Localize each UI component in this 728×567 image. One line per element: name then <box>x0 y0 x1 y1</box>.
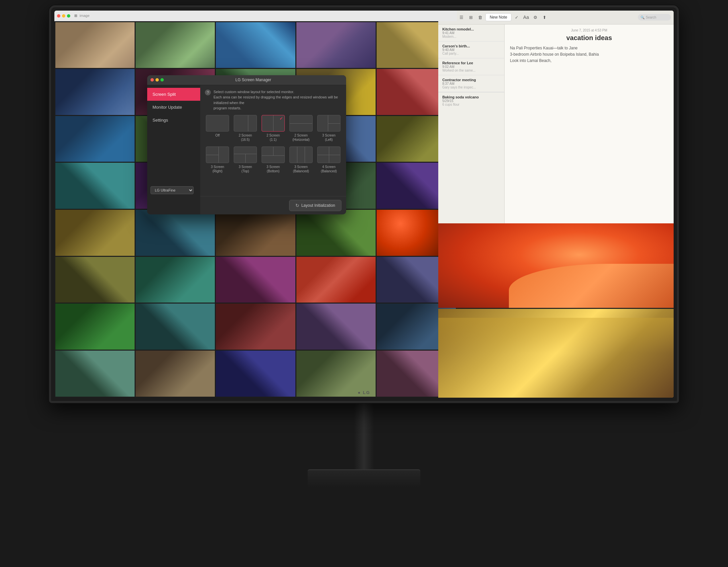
layout-option-2screen-165[interactable]: 2 Screen(16:5) <box>233 115 258 142</box>
sidebar-item-settings[interactable]: Settings <box>147 114 200 127</box>
layout-option-2screen-11[interactable]: ✓ 2 Screen(1:1) <box>261 115 286 142</box>
layout-label-3screen-balanced: 3 Screen(Balanced) <box>293 165 309 173</box>
dialog-info-text: Select custom window layout for selected… <box>213 89 341 111</box>
note-list-item-baking[interactable]: Baking soda volcano 5/29/15 6 cups flour <box>438 92 504 109</box>
notes-grid-icon[interactable]: ⊞ <box>467 13 475 21</box>
maximize-button[interactable] <box>67 14 70 18</box>
lg-screen-manager-dialog: LG Screen Manager Screen Split Monitor U… <box>147 75 346 215</box>
photo-thumb <box>296 257 376 303</box>
layout-label-2screen-h: 2 Screen(Horizontal) <box>292 133 310 142</box>
layout-label-3screen-top: 3 Screen(Top) <box>239 165 252 173</box>
dialog-body: Screen Split Monitor Update Settings LG … <box>147 85 346 215</box>
note-date: June 7, 2015 at 4:53 PM <box>510 29 668 32</box>
notes-delete-icon[interactable]: 🗑 <box>476 13 484 21</box>
divider <box>245 154 246 162</box>
close-button[interactable] <box>57 14 60 18</box>
divider <box>273 115 273 131</box>
notes-sidebar-list: Kitchen remodel... 9:41 AM Modern... Car… <box>438 25 505 223</box>
monitor-selector[interactable]: LG UltraFine <box>151 186 194 194</box>
layout-thumb-3screen-right <box>206 147 229 163</box>
notes-sidebar-toggle[interactable]: ☰ <box>457 13 465 21</box>
dialog-close-button[interactable] <box>151 78 154 82</box>
divider <box>297 147 297 163</box>
photo-thumb <box>136 257 215 303</box>
landscape-photos <box>438 220 674 397</box>
layout-option-off[interactable]: Off <box>205 115 230 142</box>
layout-option-2screen-h[interactable]: 2 Screen(Horizontal) <box>288 115 314 142</box>
layout-thumb-3screen-balanced <box>289 147 313 163</box>
photo-thumb <box>216 303 295 349</box>
note-list-item[interactable]: Carson's birth... 9:40 AM Call party... <box>438 41 504 58</box>
notes-gear-icon[interactable]: ⚙ <box>531 13 539 21</box>
sidebar-item-monitor-update[interactable]: Monitor Update <box>147 101 200 114</box>
photo-thumb <box>216 22 295 68</box>
layout-option-3screen-top[interactable]: 3 Screen(Top) <box>233 147 258 173</box>
divider <box>262 156 284 156</box>
photo-thumb <box>55 69 135 115</box>
photos-traffic-lights <box>57 14 70 18</box>
note-list-item[interactable]: Kitchen remodel... 9:41 AM Modern... <box>438 25 504 41</box>
note-list-item[interactable]: Reference for Lee 9:02 AM Worked on the … <box>438 58 504 75</box>
info-icon: ? <box>205 90 211 95</box>
photo-thumb <box>55 116 135 162</box>
layout-thumb-off <box>206 115 229 132</box>
layout-label-2screen-165: 2 Screen(16:5) <box>239 133 252 142</box>
layout-grid-row2: 3 Screen(Right) 3 Screen(Top) <box>205 147 341 173</box>
layout-thumb-2screen-11: ✓ <box>262 115 285 132</box>
note-main-title: vacation ideas <box>510 34 668 42</box>
lg-logo: ● LG <box>358 390 370 395</box>
dialog-minimize-button[interactable] <box>155 78 159 82</box>
layout-thumb-2screen-h <box>289 115 313 132</box>
sidebar-item-screen-split[interactable]: Screen Split <box>147 88 200 101</box>
monitor-base <box>308 469 420 487</box>
monitor-shell: ⊞ image ☰ ⊞ 🗑 New <box>49 5 679 562</box>
layout-option-4screen-balanced[interactable]: 4 Screen(Balanced) <box>316 147 341 173</box>
divider <box>305 147 305 163</box>
layout-thumb-4screen-balanced <box>317 147 340 163</box>
layout-thumb-2screen-165 <box>234 115 257 132</box>
refresh-icon: ↻ <box>295 203 299 208</box>
photo-thumb <box>55 210 135 256</box>
photo-thumb <box>296 210 376 256</box>
layout-option-3screen-balanced[interactable]: 3 Screen(Balanced) <box>288 147 314 173</box>
notes-check-icon[interactable]: ✓ <box>513 13 521 21</box>
layout-label-off: Off <box>215 133 219 138</box>
new-note-button[interactable]: New Note <box>485 13 512 21</box>
notes-share-icon[interactable]: ⬆ <box>541 13 549 21</box>
photo-thumb <box>55 350 135 397</box>
layout-thumb-3screen-top <box>234 147 257 163</box>
photo-thumb <box>296 22 376 68</box>
dialog-titlebar: LG Screen Manager <box>147 75 346 85</box>
photo-thumb <box>55 303 135 349</box>
notes-search-bar[interactable]: 🔍 Search <box>638 14 671 21</box>
notes-toolbar: ☰ ⊞ 🗑 New Note ✓ Aa ⚙ ⬆ 🔍 Search <box>438 11 674 25</box>
layout-option-3screen-left[interactable]: 3 Screen(Left) <box>316 115 341 142</box>
photo-thumb <box>55 22 135 68</box>
notes-panel: ☰ ⊞ 🗑 New Note ✓ Aa ⚙ ⬆ 🔍 Search <box>438 11 674 223</box>
divider <box>328 123 340 124</box>
photo-thumb <box>136 303 215 349</box>
layout-option-3screen-bottom[interactable]: 3 Screen(Bottom) <box>261 147 286 173</box>
selected-checkmark: ✓ <box>280 116 283 121</box>
layout-option-3screen-right[interactable]: 3 Screen(Right) <box>205 147 230 173</box>
photos-title-bar: ⊞ image <box>74 14 90 18</box>
dialog-main: ? Select custom window layout for select… <box>200 85 346 196</box>
note-body: Na Pali Properties Kauai—talk to Jane 3-… <box>510 45 668 64</box>
monitor-neck <box>354 403 374 469</box>
minimize-button[interactable] <box>62 14 65 18</box>
divider <box>206 155 218 155</box>
divider <box>218 147 219 163</box>
layout-label-4screen-balanced: 4 Screen(Balanced) <box>321 165 337 173</box>
layout-thumb-3screen-left <box>317 115 340 132</box>
photo-thumb <box>55 163 135 209</box>
photo-thumb <box>296 303 376 349</box>
dialog-maximize-button[interactable] <box>160 78 164 82</box>
layout-initialization-button[interactable]: ↻ Layout Initialization <box>289 200 341 211</box>
landscape-photo-2 <box>438 309 674 397</box>
dialog-title: LG Screen Manager <box>164 78 343 82</box>
photos-toolbar: ⊞ image <box>54 11 457 21</box>
monitor-frame: ⊞ image ☰ ⊞ 🗑 New <box>49 5 679 403</box>
divider <box>273 147 273 156</box>
divider <box>318 155 340 155</box>
note-list-item[interactable]: Contractor meeting 8:37 AM Gary says the… <box>438 75 504 92</box>
